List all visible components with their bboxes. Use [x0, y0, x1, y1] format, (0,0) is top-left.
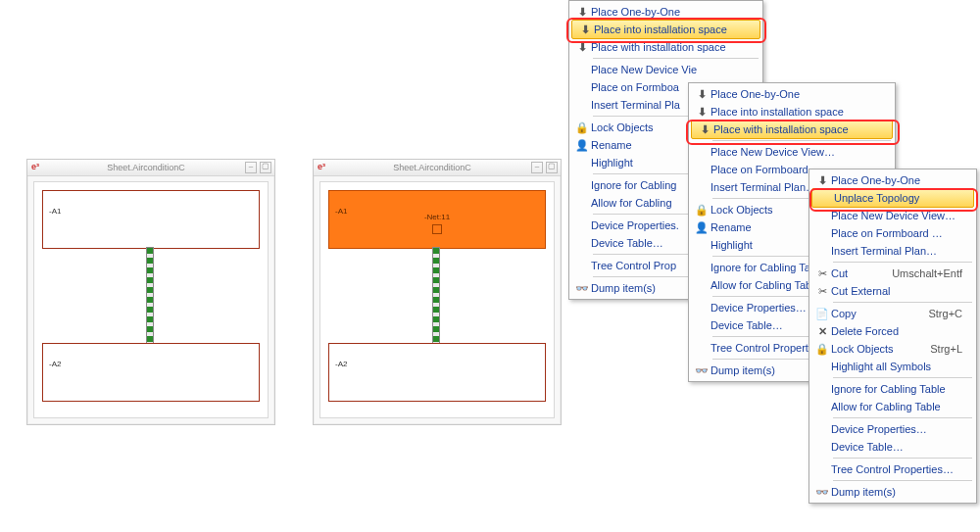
menu-icon: 👤 — [573, 139, 591, 152]
device-label: -A2 — [335, 360, 347, 368]
max-button[interactable]: ▢ — [546, 162, 558, 173]
resize-handle[interactable] — [432, 224, 442, 234]
min-button[interactable]: – — [245, 162, 257, 173]
menu-item[interactable]: ⬇Place One-by-One — [689, 85, 895, 103]
menu-item[interactable]: ⬇Place with installation space — [691, 120, 893, 139]
menu-item[interactable]: ✂CutUmschalt+Entf — [809, 265, 976, 282]
device-a1-selected[interactable]: -A1 -Net:11 — [328, 190, 546, 249]
titlebar: e³ Sheet.AirconditionC – ▢ — [27, 160, 274, 176]
menu-separator — [833, 458, 972, 459]
menu-item[interactable]: Insert Terminal Plan… — [809, 242, 976, 260]
menu-label: Place with installation space — [591, 41, 749, 53]
menu-label: Insert Terminal Plan… — [831, 245, 962, 257]
menu-label: Highlight all Symbols — [831, 361, 962, 372]
menu-icon: ✕ — [813, 325, 831, 338]
cable[interactable] — [432, 247, 440, 345]
menu-icon: ⬇ — [573, 6, 591, 19]
app-icon: e³ — [318, 162, 329, 173]
menu-icon: 🔒 — [573, 121, 591, 134]
menu-icon: 👓 — [573, 282, 591, 295]
device-a2[interactable]: -A2 — [328, 343, 546, 402]
menu-label: Device Properties… — [831, 423, 962, 435]
menu-label: Place New Device View… — [710, 146, 881, 158]
menu-icon: 🔒 — [813, 343, 831, 356]
menu-label: Dump item(s) — [831, 486, 962, 498]
menu-separator — [833, 480, 972, 481]
menu-icon: ⬇ — [813, 174, 831, 187]
menu-label: Place New Device View… — [831, 210, 962, 221]
menu-separator — [593, 58, 759, 59]
device-label: -A1 — [49, 207, 61, 216]
menu-separator — [833, 262, 972, 263]
menu-item[interactable]: ⬇Place One-by-One — [569, 3, 762, 21]
menu-item[interactable]: Device Properties… — [809, 420, 976, 438]
menu-separator — [833, 302, 972, 303]
titlebar: e³ Sheet.AirconditionC – ▢ — [314, 160, 561, 176]
menu-item[interactable]: Tree Control Properties… — [809, 460, 976, 478]
menu-item[interactable]: ⬇Place with installation space — [569, 38, 762, 56]
menu-label: Cut — [831, 267, 872, 279]
menu-icon: ⬇ — [696, 123, 713, 136]
menu-item[interactable]: ⬇Place One-by-One — [809, 171, 976, 189]
menu-item[interactable]: Ignore for Cabling Table — [809, 380, 976, 398]
menu-icon: 👓 — [693, 364, 710, 377]
min-button[interactable]: – — [531, 162, 543, 173]
menu-icon: 👤 — [693, 221, 710, 234]
menu-item[interactable]: 👓Dump item(s) — [809, 483, 976, 501]
menu-label: Place New Device Vie — [591, 64, 749, 75]
sheet-window-right: e³ Sheet.AirconditionC – ▢ -A1 -Net:11 -… — [313, 159, 562, 425]
menu-item[interactable]: Unplace Topology — [811, 188, 974, 208]
menu-item[interactable]: Highlight all Symbols — [809, 358, 976, 375]
context-menu-3: ⬇Place One-by-OneUnplace TopologyPlace N… — [808, 169, 977, 504]
device-label: -A1 — [335, 207, 347, 216]
device-a1[interactable]: -A1 — [42, 190, 260, 249]
menu-label: Allow for Cabling Table — [831, 401, 962, 412]
menu-label: Copy — [831, 308, 908, 319]
menu-item[interactable]: Place on Formboard … — [809, 224, 976, 242]
menu-item[interactable]: Place New Device Vie — [569, 61, 762, 78]
menu-icon: ⬇ — [693, 106, 710, 119]
menu-icon: 🔒 — [693, 204, 710, 217]
menu-label: Delete Forced — [831, 325, 962, 337]
menu-item[interactable]: ✕Delete Forced — [809, 322, 976, 340]
menu-label: Unplace Topology — [834, 192, 959, 204]
menu-label: Place One-by-One — [591, 6, 749, 18]
menu-label: Cut External — [831, 285, 962, 297]
menu-icon: ✂ — [813, 267, 831, 280]
menu-item[interactable]: ⬇Place into installation space — [689, 103, 895, 121]
menu-item[interactable]: Place New Device View… — [809, 207, 976, 224]
menu-label: Place with installation space — [713, 123, 878, 135]
cable[interactable] — [146, 247, 154, 345]
menu-shortcut: Strg+L — [930, 343, 962, 355]
menu-label: Lock Objects — [831, 343, 910, 355]
menu-item[interactable]: 🔒Lock ObjectsStrg+L — [809, 340, 976, 358]
menu-item[interactable]: ⬇Place into installation space — [571, 20, 760, 39]
menu-separator — [833, 377, 972, 378]
menu-separator — [833, 417, 972, 418]
menu-item[interactable]: 📄CopyStrg+C — [809, 305, 976, 322]
device-a2[interactable]: -A2 — [42, 343, 260, 402]
menu-shortcut: Umschalt+Entf — [892, 267, 962, 279]
menu-label: Tree Control Properties… — [831, 463, 962, 475]
sheet-canvas[interactable]: -A1 -Net:11 -A2 — [319, 181, 555, 418]
menu-item[interactable]: ✂Cut External — [809, 282, 976, 300]
sheet-title: Sheet.AirconditionC — [47, 163, 245, 172]
menu-label: Place One-by-One — [831, 174, 962, 186]
menu-icon: 👓 — [813, 486, 831, 499]
sheet-window-left: e³ Sheet.AirconditionC – ▢ -A1 -A2 — [26, 159, 275, 425]
menu-icon: ✂ — [813, 285, 831, 298]
sheet-canvas[interactable]: -A1 -A2 — [33, 181, 269, 418]
menu-item[interactable]: Device Table… — [809, 438, 976, 456]
menu-item[interactable]: Allow for Cabling Table — [809, 398, 976, 415]
menu-shortcut: Strg+C — [928, 308, 962, 319]
max-button[interactable]: ▢ — [260, 162, 271, 173]
device-label: -A2 — [49, 360, 61, 368]
menu-label: Place on Formboard … — [831, 227, 962, 239]
sheet-title: Sheet.AirconditionC — [333, 163, 531, 172]
menu-icon: ⬇ — [693, 88, 710, 101]
menu-label: Place into installation space — [594, 24, 746, 35]
menu-icon: ⬇ — [573, 41, 591, 54]
menu-icon: ⬇ — [576, 24, 594, 36]
menu-item[interactable]: Place New Device View… — [689, 143, 895, 161]
menu-label: Ignore for Cabling Table — [831, 383, 962, 395]
